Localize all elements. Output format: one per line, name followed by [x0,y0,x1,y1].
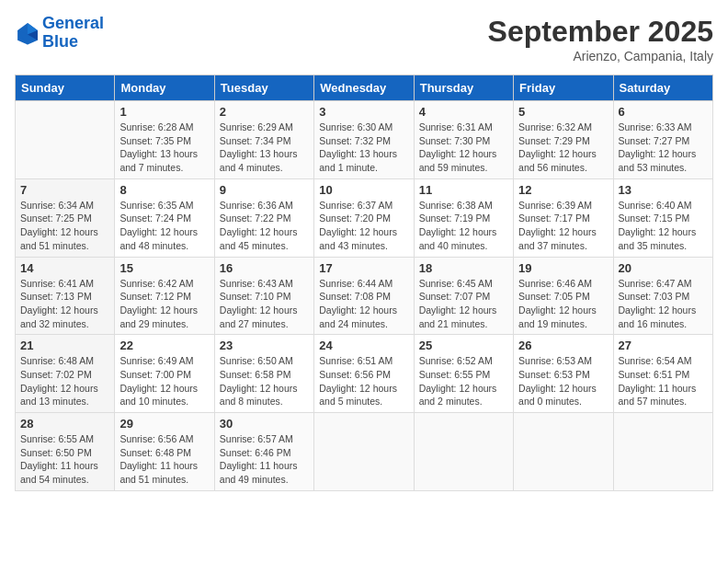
day-detail: Sunrise: 6:33 AMSunset: 7:27 PMDaylight:… [619,121,708,175]
weekday-header-monday: Monday [115,75,214,101]
page-header: General Blue September 2025 Arienzo, Cam… [15,15,713,63]
day-number: 15 [119,261,209,275]
day-number: 8 [119,183,209,197]
calendar-table: SundayMondayTuesdayWednesdayThursdayFrid… [15,75,713,491]
day-detail: Sunrise: 6:51 AMSunset: 6:56 PMDaylight:… [319,354,408,408]
day-cell: 10Sunrise: 6:37 AMSunset: 7:20 PMDayligh… [314,178,414,257]
day-cell: 12Sunrise: 6:39 AMSunset: 7:17 PMDayligh… [514,178,613,257]
day-number: 14 [20,261,109,275]
day-cell: 2Sunrise: 6:29 AMSunset: 7:34 PMDaylight… [214,101,313,179]
day-number: 27 [619,339,708,352]
day-cell: 8Sunrise: 6:35 AMSunset: 7:24 PMDaylight… [115,178,214,257]
day-number: 17 [319,261,408,275]
day-number: 30 [220,417,309,431]
month-title: September 2025 [488,15,713,49]
day-number: 3 [319,105,408,119]
day-cell: 23Sunrise: 6:50 AMSunset: 6:58 PMDayligh… [214,335,313,413]
day-detail: Sunrise: 6:53 AMSunset: 6:53 PMDaylight:… [518,354,608,408]
day-detail: Sunrise: 6:36 AMSunset: 7:22 PMDaylight:… [220,199,309,253]
day-number: 22 [119,339,209,352]
day-number: 5 [518,105,608,119]
day-number: 11 [419,183,508,197]
day-cell: 14Sunrise: 6:41 AMSunset: 7:13 PMDayligh… [16,257,115,335]
day-cell: 19Sunrise: 6:46 AMSunset: 7:05 PMDayligh… [514,257,613,335]
week-row-5: 28Sunrise: 6:55 AMSunset: 6:50 PMDayligh… [16,413,713,491]
day-cell: 13Sunrise: 6:40 AMSunset: 7:15 PMDayligh… [613,178,712,257]
week-row-1: 1Sunrise: 6:28 AMSunset: 7:35 PMDaylight… [16,101,713,179]
day-number: 13 [619,183,708,197]
day-detail: Sunrise: 6:39 AMSunset: 7:17 PMDaylight:… [518,199,608,253]
day-number: 12 [518,183,608,197]
logo: General Blue [15,15,104,52]
day-number: 6 [619,105,708,119]
day-detail: Sunrise: 6:52 AMSunset: 6:55 PMDaylight:… [419,354,508,408]
day-number: 9 [220,183,309,197]
day-detail: Sunrise: 6:35 AMSunset: 7:24 PMDaylight:… [119,199,209,253]
day-cell: 4Sunrise: 6:31 AMSunset: 7:30 PMDaylight… [414,101,513,179]
day-detail: Sunrise: 6:48 AMSunset: 7:02 PMDaylight:… [20,354,109,408]
day-cell [514,413,613,491]
weekday-header-friday: Friday [514,75,613,101]
day-detail: Sunrise: 6:47 AMSunset: 7:03 PMDaylight:… [619,277,708,331]
day-detail: Sunrise: 6:40 AMSunset: 7:15 PMDaylight:… [619,199,708,253]
location-subtitle: Arienzo, Campania, Italy [488,49,713,63]
week-row-3: 14Sunrise: 6:41 AMSunset: 7:13 PMDayligh… [16,257,713,335]
day-cell: 11Sunrise: 6:38 AMSunset: 7:19 PMDayligh… [414,178,513,257]
day-cell: 25Sunrise: 6:52 AMSunset: 6:55 PMDayligh… [414,335,513,413]
day-cell: 16Sunrise: 6:43 AMSunset: 7:10 PMDayligh… [214,257,313,335]
day-cell: 15Sunrise: 6:42 AMSunset: 7:12 PMDayligh… [115,257,214,335]
title-block: September 2025 Arienzo, Campania, Italy [488,15,713,63]
day-cell: 21Sunrise: 6:48 AMSunset: 7:02 PMDayligh… [16,335,115,413]
day-number: 28 [20,417,109,431]
day-detail: Sunrise: 6:32 AMSunset: 7:29 PMDaylight:… [518,121,608,175]
day-number: 29 [119,417,209,431]
day-cell: 27Sunrise: 6:54 AMSunset: 6:51 PMDayligh… [613,335,712,413]
day-cell: 5Sunrise: 6:32 AMSunset: 7:29 PMDaylight… [514,101,613,179]
logo-general: General [42,14,104,32]
day-cell: 28Sunrise: 6:55 AMSunset: 6:50 PMDayligh… [16,413,115,491]
day-detail: Sunrise: 6:43 AMSunset: 7:10 PMDaylight:… [220,277,309,331]
day-number: 7 [20,183,109,197]
weekday-header-saturday: Saturday [613,75,712,101]
day-detail: Sunrise: 6:57 AMSunset: 6:46 PMDaylight:… [220,432,309,487]
day-cell: 29Sunrise: 6:56 AMSunset: 6:48 PMDayligh… [115,413,214,491]
day-cell: 17Sunrise: 6:44 AMSunset: 7:08 PMDayligh… [314,257,414,335]
day-detail: Sunrise: 6:55 AMSunset: 6:50 PMDaylight:… [20,432,109,487]
day-cell: 9Sunrise: 6:36 AMSunset: 7:22 PMDaylight… [214,178,313,257]
day-cell: 30Sunrise: 6:57 AMSunset: 6:46 PMDayligh… [214,413,313,491]
day-number: 2 [220,105,309,119]
day-cell: 6Sunrise: 6:33 AMSunset: 7:27 PMDaylight… [613,101,712,179]
day-cell [314,413,414,491]
day-detail: Sunrise: 6:41 AMSunset: 7:13 PMDaylight:… [20,277,109,331]
day-detail: Sunrise: 6:46 AMSunset: 7:05 PMDaylight:… [518,277,608,331]
weekday-header-sunday: Sunday [16,75,115,101]
day-cell: 1Sunrise: 6:28 AMSunset: 7:35 PMDaylight… [115,101,214,179]
weekday-header-row: SundayMondayTuesdayWednesdayThursdayFrid… [16,75,713,101]
day-number: 18 [419,261,508,275]
day-detail: Sunrise: 6:37 AMSunset: 7:20 PMDaylight:… [319,199,408,253]
logo-blue: Blue [42,32,78,51]
day-number: 26 [518,339,608,352]
day-cell: 18Sunrise: 6:45 AMSunset: 7:07 PMDayligh… [414,257,513,335]
day-detail: Sunrise: 6:45 AMSunset: 7:07 PMDaylight:… [419,277,508,331]
day-detail: Sunrise: 6:28 AMSunset: 7:35 PMDaylight:… [119,121,209,175]
week-row-4: 21Sunrise: 6:48 AMSunset: 7:02 PMDayligh… [16,335,713,413]
day-cell: 22Sunrise: 6:49 AMSunset: 7:00 PMDayligh… [115,335,214,413]
weekday-header-wednesday: Wednesday [314,75,414,101]
day-cell: 20Sunrise: 6:47 AMSunset: 7:03 PMDayligh… [613,257,712,335]
day-number: 16 [220,261,309,275]
weekday-header-thursday: Thursday [414,75,513,101]
day-number: 25 [419,339,508,352]
week-row-2: 7Sunrise: 6:34 AMSunset: 7:25 PMDaylight… [16,178,713,257]
logo-icon [15,20,40,46]
day-number: 1 [119,105,209,119]
day-cell: 7Sunrise: 6:34 AMSunset: 7:25 PMDaylight… [16,178,115,257]
day-detail: Sunrise: 6:31 AMSunset: 7:30 PMDaylight:… [419,121,508,175]
day-number: 21 [20,339,109,352]
day-number: 23 [220,339,309,352]
day-detail: Sunrise: 6:49 AMSunset: 7:00 PMDaylight:… [119,354,209,408]
day-detail: Sunrise: 6:56 AMSunset: 6:48 PMDaylight:… [119,432,209,487]
day-cell [16,101,115,179]
day-number: 24 [319,339,408,352]
day-detail: Sunrise: 6:38 AMSunset: 7:19 PMDaylight:… [419,199,508,253]
